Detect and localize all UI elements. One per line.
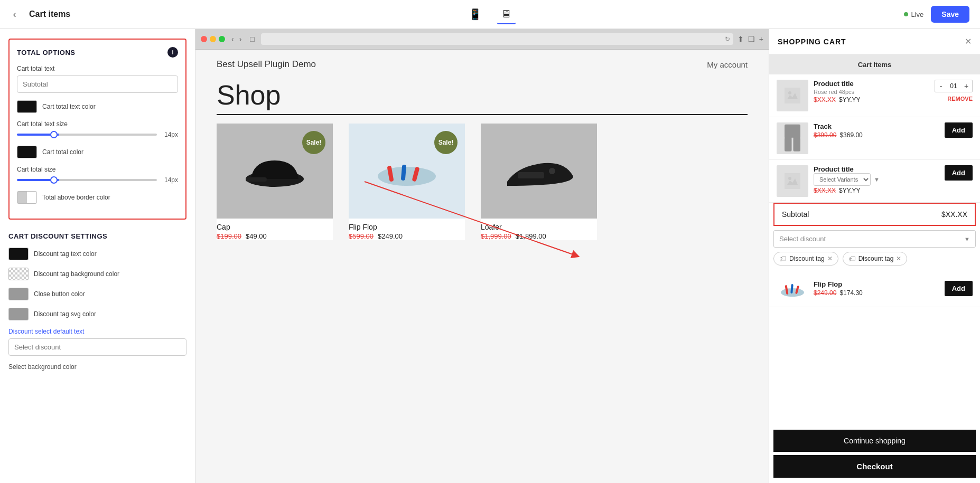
svg-rect-12 [785, 138, 792, 151]
section-header: TOTAL OPTIONS i [17, 47, 178, 58]
browser-chrome: ‹ › □ ↻ ⬆ ❏ + [195, 29, 769, 50]
discount-select-default-text-input[interactable] [8, 338, 186, 356]
cart-total-text-size-row: Cart total text size 14px [17, 120, 178, 138]
mobile-icon[interactable]: 📱 [464, 5, 486, 24]
cart-total-size-row: Cart total size 14px [17, 166, 178, 184]
tabs-icon[interactable]: + [759, 35, 763, 43]
bookmark-icon[interactable]: ❏ [748, 35, 755, 43]
discount-tags: 🏷 Discount tag ✕ 🏷 Discount tag ✕ [769, 252, 980, 270]
price-old-cap: $199.00 [217, 232, 241, 240]
cart-total-size-slider-container: 14px [17, 176, 178, 184]
add-track-button[interactable]: Add [945, 122, 973, 138]
subtotal-label: Subtotal [782, 210, 809, 219]
cart-item-img-track [777, 122, 808, 154]
upsell-title-flipflop: Flip Flop [814, 280, 939, 288]
discount-select-default-text-label: Discount select default text [8, 328, 186, 335]
save-button[interactable]: Save [931, 6, 969, 23]
upsell-item-flipflop: Flip Flop $249.00 $174.30 Add [769, 270, 980, 307]
preview-area: ‹ › □ ↻ ⬆ ❏ + Best Upsell Plugin Demo My… [195, 29, 769, 483]
cart-item-product-variant: Product title Select Variants ▼ $XX.XX $… [769, 160, 980, 203]
reload-icon: ↻ [725, 35, 730, 43]
discount-tag-svg-color-row[interactable]: Discount tag svg color [8, 308, 186, 320]
product-card-loafer: Loafer $1,999.00 $1,899.00 [481, 124, 597, 240]
discount-tag-bg-color-label: Discount tag background color [34, 270, 119, 278]
svg-rect-6 [518, 172, 544, 178]
cart-total-text-size-slider[interactable] [17, 134, 157, 136]
cart-items-tab[interactable]: Cart Items [858, 61, 892, 69]
product-card-flipflop: Sale! Flip Flop $599.00 $249.00 [349, 124, 465, 240]
discount-tag-bg-color-row[interactable]: Discount tag background color [8, 268, 186, 280]
continue-shopping-button[interactable]: Continue shopping [773, 430, 976, 452]
qty-value: 01 [949, 82, 958, 90]
traffic-light-green[interactable] [219, 36, 225, 42]
desktop-icon[interactable]: 🖥 [497, 5, 516, 24]
cart-total-text-color-row[interactable]: Cart total text color [17, 100, 178, 113]
qty-decrease-button[interactable]: - [935, 80, 947, 92]
share-icon[interactable]: ⬆ [738, 35, 744, 43]
cart-total-text-color-label: Cart total text color [42, 103, 96, 110]
cart-total-color-row[interactable]: Cart total color [17, 146, 178, 158]
live-label: Live [911, 11, 923, 18]
sale-badge-cap: Sale! [302, 131, 325, 154]
discount-tag-text-color-row[interactable]: Discount tag text color [8, 248, 186, 260]
shop-name: Best Upsell Plugin Demo [217, 59, 316, 70]
placeholder-image2-icon [785, 173, 800, 189]
placeholder-image-icon [785, 88, 800, 103]
discount-settings-section: CART DISCOUNT SETTINGS Discount tag text… [8, 232, 186, 371]
close-button-color-row[interactable]: Close button color [8, 288, 186, 300]
device-switcher: 📱 🖥 [464, 5, 516, 24]
discount-tag-close-1[interactable]: ✕ [827, 255, 833, 262]
qty-increase-button[interactable]: + [960, 80, 972, 92]
variant-select[interactable]: Select Variants [814, 173, 871, 186]
add-flipflop-button[interactable]: Add [945, 281, 973, 296]
discount-tag-close-2[interactable]: ✕ [896, 255, 901, 262]
upsell-img-flipflop [777, 275, 808, 301]
flipflop-image [372, 150, 441, 192]
price-new-loafer: $1,899.00 [516, 232, 546, 240]
left-panel: TOTAL OPTIONS i Cart total text Cart tot… [0, 29, 195, 483]
upsell-actions-flipflop: Add [945, 281, 973, 296]
cart-total-color-swatch [17, 146, 37, 158]
svg-point-10 [788, 91, 791, 94]
shop-heading: Shop [217, 79, 748, 114]
discount-select-dropdown[interactable]: Select discount ▼ [773, 230, 976, 248]
remove-button[interactable]: REMOVE [947, 96, 973, 102]
sidebar-toggle-button[interactable]: □ [248, 34, 256, 44]
url-bar[interactable]: ↻ [261, 33, 733, 45]
cart-total-size-value: 14px [162, 176, 178, 184]
cart-item-product-title: Product title Rose red 48pcs $XX.XX $YY.… [769, 74, 980, 117]
checkout-button[interactable]: Checkout [773, 455, 976, 478]
tag-icon-1: 🏷 [779, 254, 787, 263]
flipflop-upsell-image [778, 278, 807, 299]
live-badge: Live [904, 11, 923, 18]
traffic-light-yellow[interactable] [210, 36, 216, 42]
nav-back-button[interactable]: ‹ [229, 34, 236, 44]
cart-footer: Continue shopping Checkout [769, 424, 980, 483]
traffic-light-red[interactable] [201, 36, 207, 42]
discount-select-row: Select discount ▼ [769, 230, 980, 252]
add-product-variant-button[interactable]: Add [945, 165, 973, 181]
discount-tag-text-color-swatch [8, 248, 29, 260]
cart-title: SHOPPING CART [778, 37, 846, 46]
product-prices-cap: $199.00 $49.00 [217, 232, 333, 240]
cart-total-size-slider[interactable] [17, 179, 157, 181]
info-icon[interactable]: i [167, 47, 178, 58]
cart-close-button[interactable]: ✕ [965, 36, 972, 46]
back-button[interactable]: ‹ [0, 9, 29, 20]
discount-tag-label-1: Discount tag [789, 255, 825, 262]
cart-item-info-product-title: Product title Rose red 48pcs $XX.XX $YY.… [814, 80, 929, 103]
cart-header: SHOPPING CART ✕ [769, 29, 980, 54]
discount-tag-label-2: Discount tag [858, 255, 894, 262]
cart-item-title-product-variant: Product title [814, 165, 939, 173]
my-account-link[interactable]: My account [707, 60, 748, 69]
upsell-new-price-flipflop: $174.30 [839, 289, 862, 297]
upsell-old-price-flipflop: $249.00 [814, 289, 836, 297]
nav-forward-button[interactable]: › [237, 34, 244, 44]
cart-item-img-product-title [777, 80, 808, 111]
total-border-color-row[interactable]: Total above border color [17, 191, 178, 204]
upsell-prices-flipflop: $249.00 $174.30 [814, 289, 939, 297]
cart-total-text-input[interactable] [17, 75, 178, 93]
cart-items-list: Product title Rose red 48pcs $XX.XX $YY.… [769, 74, 980, 424]
live-dot [904, 12, 908, 16]
cart-item-title-product: Product title [814, 80, 929, 88]
